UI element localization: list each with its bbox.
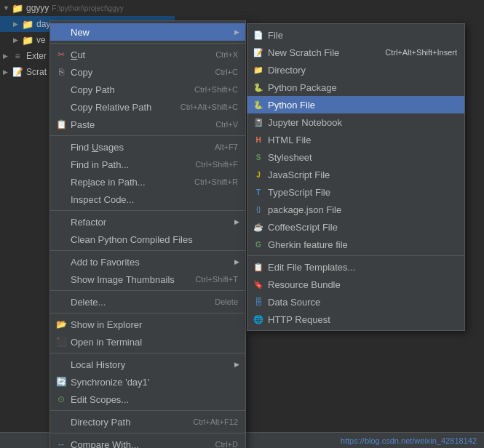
submenu-item-pyfile[interactable]: 🐍 Python File — [247, 96, 464, 113]
submenu-item-gherkin[interactable]: G Gherkin feature file — [247, 236, 464, 253]
sync-icon: 🔄 — [55, 376, 67, 388]
status-url[interactable]: https://blog.csdn.net/weixin_42818142 — [341, 436, 477, 445]
submenu-item-html[interactable]: H HTML File — [247, 131, 464, 148]
submenu-item-http[interactable]: 🌐 HTTP Request — [247, 311, 464, 328]
menu-item-dirpath[interactable]: Directory Path Ctrl+Alt+F12 — [50, 413, 245, 431]
tree-root-icon: 📁 — [12, 2, 23, 14]
tree-scrat-label: Scrat — [26, 67, 47, 77]
menu-paste-shortcut: Ctrl+V — [201, 120, 238, 129]
menu-item-showinexplorer[interactable]: 📂 Show in Explorer — [50, 316, 245, 333]
menu-delete-label: Delete... — [71, 297, 106, 308]
submenu-item-ts[interactable]: T TypeScript File — [247, 183, 464, 201]
menu-item-findusages[interactable]: Find Usages Alt+F7 — [50, 138, 245, 156]
submenu-http-label: HTTP Request — [268, 314, 330, 325]
submenu-gherkin-label: Gherkin feature file — [268, 239, 348, 250]
menu-item-synchronize[interactable]: 🔄 Synchronize 'day1' — [50, 373, 245, 391]
tree-root-arrow: ▼ — [3, 4, 12, 12]
menu-cut-label: Cut — [71, 49, 85, 60]
terminal-icon: ⬛ — [55, 336, 67, 348]
submenu-datasource-label: Data Source — [268, 297, 320, 308]
tree-scrat-icon: 📝 — [12, 66, 23, 78]
menu-item-replaceinpath[interactable]: Replace in Path... Ctrl+Shift+R — [50, 173, 245, 191]
scope-icon: ⊙ — [55, 393, 67, 405]
gherkin-icon: G — [253, 239, 264, 250]
pyfile-icon: 🐍 — [253, 99, 264, 111]
menu-thumbnails-label: Show Image Thumbnails — [71, 274, 175, 285]
menu-paste-label: Paste — [71, 119, 95, 130]
tree-day1-arrow: ▶ — [13, 20, 22, 28]
submenu-file-label: File — [268, 30, 283, 41]
menu-item-paste[interactable]: 📋 Paste Ctrl+V — [50, 116, 245, 133]
css-icon: S — [253, 151, 264, 163]
menu-sep-2 — [50, 210, 245, 211]
menu-findinpath-shortcut: Ctrl+Shift+F — [180, 160, 238, 169]
copyrelpath-icon — [55, 101, 67, 113]
scratch-icon: 📝 — [253, 47, 264, 58]
refactor-icon — [55, 216, 67, 228]
submenu-json-label: package.json File — [268, 204, 341, 215]
resource-icon: 🔖 — [253, 279, 264, 290]
submenu-item-jupyter[interactable]: 📓 Jupyter Notebook — [247, 113, 464, 131]
directory-icon: 📁 — [253, 64, 264, 76]
menu-copypath-label: Copy Path — [71, 84, 115, 95]
menu-item-openinterminal[interactable]: ⬛ Open in Terminal — [50, 333, 245, 351]
menu-item-copypath[interactable]: Copy Path Ctrl+Shift+C — [50, 81, 245, 98]
submenu-item-file[interactable]: 📄 File — [247, 26, 464, 44]
pypkg-icon: 🐍 — [253, 81, 264, 93]
menu-item-cut[interactable]: ✂ Cut Ctrl+X — [50, 46, 245, 63]
submenu-item-directory[interactable]: 📁 Directory — [247, 61, 464, 79]
menu-item-compare[interactable]: ↔ Compare With... Ctrl+D — [50, 436, 245, 448]
menu-item-copy[interactable]: ⎘ Copy Ctrl+C — [50, 63, 245, 81]
menu-item-findinpath[interactable]: Find in Path... Ctrl+Shift+F — [50, 156, 245, 173]
menu-item-favorites[interactable]: Add to Favorites — [50, 253, 245, 271]
submenu-item-js[interactable]: J JavaScript File — [247, 166, 464, 183]
submenu-templates-label: Edit File Templates... — [268, 262, 355, 273]
submenu-item-templates[interactable]: 📋 Edit File Templates... — [247, 258, 464, 276]
html-icon: H — [253, 134, 264, 145]
menu-copyrelpath-shortcut: Ctrl+Alt+Shift+C — [166, 103, 238, 111]
menu-replaceinpath-label: Replace in Path... — [71, 177, 146, 188]
submenu-item-pypkg[interactable]: 🐍 Python Package — [247, 79, 464, 96]
menu-item-editscopes[interactable]: ⊙ Edit Scopes... — [50, 391, 245, 408]
submenu-item-coffee[interactable]: ☕ CoffeeScript File — [247, 218, 464, 236]
submenu-directory-label: Directory — [268, 65, 306, 76]
menu-copypath-shortcut: Ctrl+Shift+C — [180, 85, 238, 94]
tree-exter-label: Exter — [26, 51, 47, 61]
menu-item-refactor[interactable]: Refactor — [50, 213, 245, 231]
coffee-icon: ☕ — [253, 221, 264, 233]
submenu-html-label: HTML File — [268, 135, 311, 145]
tree-scrat-arrow: ▶ — [3, 68, 12, 76]
submenu-sep-1 — [247, 255, 464, 256]
menu-sep-0 — [50, 43, 245, 44]
menu-item-localhistory[interactable]: Local History — [50, 356, 245, 373]
tree-exter-arrow: ▶ — [3, 52, 12, 60]
submenu-item-datasource[interactable]: 🗄 Data Source — [247, 293, 464, 311]
findinpath-icon — [55, 159, 67, 170]
copy-icon: ⎘ — [55, 66, 67, 78]
submenu-item-json[interactable]: {} package.json File — [247, 201, 464, 218]
submenu-item-resource[interactable]: 🔖 Resource Bundle — [247, 276, 464, 293]
json-icon: {} — [253, 204, 264, 215]
menu-findusages-shortcut: Alt+F7 — [200, 143, 238, 151]
menu-item-delete[interactable]: Delete... Delete — [50, 293, 245, 311]
submenu-scratch-shortcut: Ctrl+Alt+Shift+Insert — [370, 48, 457, 57]
ts-icon: T — [253, 186, 264, 198]
submenu-scratch-label: New Scratch File — [268, 47, 339, 58]
submenu-js-label: JavaScript File — [268, 169, 330, 180]
menu-new-label: New — [71, 27, 90, 38]
menu-item-thumbnails[interactable]: Show Image Thumbnails Ctrl+Shift+T — [50, 271, 245, 288]
explorer-icon: 📂 — [55, 319, 67, 330]
menu-replaceinpath-shortcut: Ctrl+Shift+R — [180, 177, 238, 186]
submenu-item-css[interactable]: S Stylesheet — [247, 148, 464, 166]
menu-item-copyrelpath[interactable]: Copy Relative Path Ctrl+Alt+Shift+C — [50, 98, 245, 116]
findusages-icon — [55, 141, 67, 153]
menu-showinexplorer-label: Show in Explorer — [71, 319, 142, 330]
submenu-item-scratch[interactable]: 📝 New Scratch File Ctrl+Alt+Shift+Insert — [247, 44, 464, 61]
tree-ve-arrow: ▶ — [13, 36, 22, 44]
menu-item-inspect[interactable]: Inspect Code... — [50, 191, 245, 208]
menu-item-new[interactable]: New 📄 File 📝 New Scratch File Ctrl+Alt+S… — [50, 23, 245, 41]
menu-item-cleanpyc[interactable]: Clean Python Compiled Files — [50, 231, 245, 248]
tree-ve-label: ve — [36, 35, 46, 45]
menu-delete-shortcut: Delete — [200, 297, 238, 306]
tree-root[interactable]: ▼ 📁 ggyyy F:\python\project\ggyy — [0, 0, 175, 16]
